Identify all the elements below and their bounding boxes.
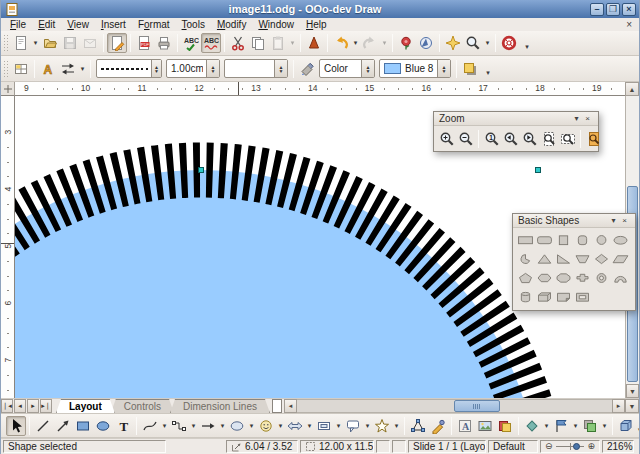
first-slide-button[interactable]: ❘◂ [1,399,13,413]
scroll-up-button[interactable]: ▲ [625,82,639,96]
shape-ring[interactable] [592,268,611,287]
toolbar-overflow-button[interactable]: ▾ [521,33,533,53]
line-color-select[interactable]: ▲▼ [224,59,288,78]
shadow-button[interactable] [460,59,480,79]
shape-folded-corner[interactable] [554,287,573,306]
spellcheck-button[interactable]: ABC [181,33,201,53]
horizontal-scrollbar[interactable]: ◂ ▸ [284,399,625,413]
selected-ellipse-object[interactable] [15,170,538,398]
line-ends-arrow-button[interactable] [53,416,73,436]
zoom-previous-button[interactable] [501,128,520,149]
zoom-button-dropdown[interactable]: ▾ [483,33,492,53]
zoom-next-button[interactable] [520,128,539,149]
flowchart-button-dropdown[interactable]: ▾ [334,416,343,436]
tab-splitter[interactable] [272,399,282,413]
zoom-level[interactable]: 216% [602,440,634,453]
clone-formatting-button[interactable] [304,33,324,53]
lines-and-arrows-button-dropdown[interactable]: ▾ [218,416,227,436]
print-button[interactable] [154,33,174,53]
arrange-button[interactable] [580,416,600,436]
help-button[interactable] [499,33,519,53]
flowchart-button[interactable] [314,416,334,436]
basic-shapes-palette-titlebar[interactable]: Basic Shapes ▾ × [513,214,635,228]
previous-slide-button[interactable]: ◂ [14,399,26,413]
fill-color-spinner[interactable]: ▲▼ [437,60,450,77]
minimize-button[interactable]: – [590,3,604,16]
insert-picture-button[interactable] [475,416,495,436]
zoom-slider-track[interactable] [556,442,585,451]
extrusion-button[interactable] [616,416,636,436]
curve-button[interactable] [140,416,160,436]
shape-circle[interactable] [592,230,611,249]
shape-block-arc[interactable] [611,268,630,287]
zoom-out-slider-button[interactable]: ⊖ [545,442,553,451]
shape-square[interactable] [554,230,573,249]
edit-points-toggle-button[interactable]: A [38,59,58,79]
gallery-button[interactable] [495,416,515,436]
block-arrows-button-dropdown[interactable]: ▾ [305,416,314,436]
shape-isosceles-triangle[interactable] [535,249,554,268]
shape-ellipse[interactable] [611,230,630,249]
symbol-shapes-button-dropdown[interactable]: ▾ [276,416,285,436]
redo-button[interactable] [360,33,380,53]
zoom-slider-thumb[interactable] [573,443,580,450]
horizontal-scrollbar-track[interactable] [297,399,612,413]
block-arrows-button[interactable] [285,416,305,436]
area-style-button[interactable] [297,59,317,79]
shape-rounded-rectangle[interactable] [535,230,554,249]
glue-points-button[interactable] [428,416,448,436]
shape-frame[interactable] [573,287,592,306]
ellipse-button[interactable] [93,416,113,436]
line-color-spinner[interactable]: ▲▼ [274,60,287,77]
palette-menu-button[interactable]: ▾ [608,216,619,225]
paste-button[interactable] [268,33,288,53]
fill-style-select[interactable]: Color ▲▼ [319,59,375,78]
shape-right-triangle[interactable] [554,249,573,268]
basic-shapes-button-dropdown[interactable]: ▾ [247,416,256,436]
next-slide-button[interactable]: ▸ [27,399,39,413]
tab-dimension-lines[interactable]: Dimension Lines [170,399,270,413]
menu-file[interactable]: File [4,18,32,31]
selection-handle[interactable] [198,167,204,173]
alignment-button-dropdown[interactable]: ▾ [571,416,580,436]
export-pdf-button[interactable]: PDF [134,33,154,53]
zoom-palette-titlebar[interactable]: Zoom ▾ × [434,112,598,126]
zoom-entire-page-button[interactable] [539,128,558,149]
arrange-button-dropdown[interactable]: ▾ [600,416,609,436]
last-slide-button[interactable]: ▸❘ [40,399,52,413]
rotate-button-dropdown[interactable]: ▾ [542,416,551,436]
shape-cube[interactable] [535,287,554,306]
copy-button[interactable] [248,33,268,53]
new-document-button-dropdown[interactable]: ▾ [31,33,40,53]
fill-color-select[interactable]: Blue 8 ▲▼ [379,59,451,78]
tab-layout[interactable]: Layout [56,399,115,413]
alignment-button[interactable] [551,416,571,436]
scroll-left-button[interactable]: ◂ [284,399,297,413]
shape-regular-pentagon[interactable] [516,268,535,287]
toolbar-grip[interactable] [3,34,8,52]
palette-close-button[interactable]: × [582,114,593,123]
shape-octagon[interactable] [554,268,573,287]
display-snap-lines-button[interactable] [443,33,463,53]
menu-modify[interactable]: Modify [211,18,252,31]
symbol-shapes-button[interactable] [256,416,276,436]
undo-button[interactable] [331,33,351,53]
undo-button-dropdown[interactable]: ▾ [351,33,360,53]
zoom-page-width-button[interactable] [558,128,577,149]
stars-button[interactable] [372,416,392,436]
line-width-input[interactable]: 1.00cm ▲▼ [166,59,220,78]
open-button[interactable] [40,33,60,53]
zoom-in-button[interactable] [437,128,456,149]
line-width-spinner[interactable]: ▲▼ [206,60,219,77]
palette-close-button[interactable]: × [619,216,630,225]
gallery-button[interactable] [396,33,416,53]
maximize-button[interactable]: ❐ [606,3,620,16]
shape-rectangle[interactable] [516,230,535,249]
palette-menu-button[interactable]: ▾ [571,114,582,123]
paste-button-dropdown[interactable]: ▾ [288,33,297,53]
zoom-in-slider-button[interactable]: ⊕ [587,442,595,451]
connector-button-dropdown[interactable]: ▾ [189,416,198,436]
line-style-select[interactable]: ▲▼ [96,59,162,78]
object-zoom-button[interactable] [584,128,603,149]
rectangle-button[interactable] [73,416,93,436]
